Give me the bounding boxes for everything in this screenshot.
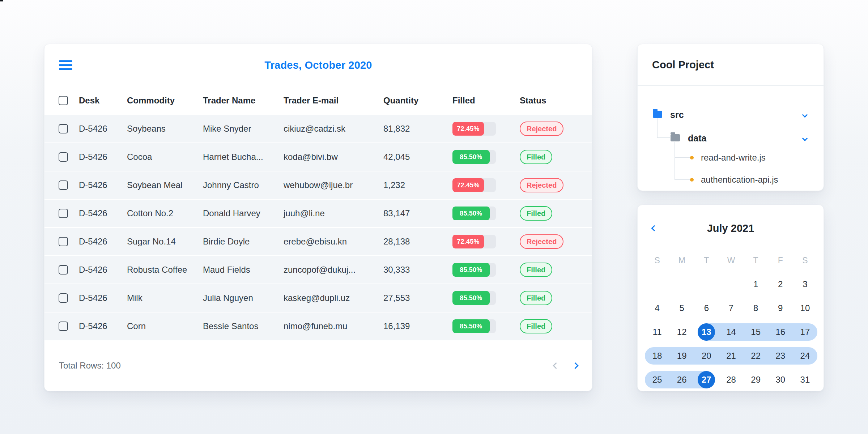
day-of-week-label: W [719, 248, 743, 272]
calendar-day-11[interactable]: 11 [645, 320, 669, 344]
row-checkbox[interactable] [59, 180, 68, 190]
trades-card: Trades, October 2020 DeskCommodityTrader… [44, 44, 592, 391]
calendar-day-27[interactable]: 27 [694, 368, 719, 392]
trades-title: Trades, October 2020 [44, 59, 592, 71]
cell-desk: D-5426 [79, 180, 107, 190]
table-header-row: DeskCommodityTrader NameTrader E-mailQua… [44, 86, 592, 115]
calendar-day-31[interactable]: 31 [793, 368, 817, 392]
column-header-quantity: Quantity [383, 95, 418, 106]
cell-desk: D-5426 [79, 321, 107, 331]
calendar-day-24[interactable]: 24 [793, 344, 817, 368]
row-checkbox[interactable] [59, 209, 68, 218]
calendar-day-6[interactable]: 6 [694, 296, 719, 320]
filled-progress-bar: 85.50% [452, 263, 496, 277]
calendar-title: July 2021 [638, 222, 824, 234]
calendar-day-28[interactable]: 28 [719, 368, 743, 392]
cell-commodity: Sugar No.14 [127, 237, 176, 247]
cell-trader-email: cikiuz@cadzi.sk [284, 124, 345, 134]
calendar-day-16[interactable]: 16 [768, 320, 793, 344]
calendar-day-19[interactable]: 19 [669, 344, 694, 368]
calendar-day-25[interactable]: 25 [645, 368, 669, 392]
cell-filled: 72.45% [452, 235, 496, 248]
calendar-week-row: 18192021222324 [645, 344, 817, 368]
cell-checkbox [59, 209, 68, 218]
calendar-day-15[interactable]: 15 [744, 320, 768, 344]
calendar-day-26[interactable]: 26 [669, 368, 694, 392]
row-checkbox[interactable] [59, 237, 68, 246]
row-checkbox[interactable] [59, 124, 68, 133]
status-badge: Filled [520, 263, 552, 277]
cell-trader-name: Harriet Bucha... [203, 152, 263, 162]
calendar-day-3[interactable]: 3 [793, 272, 817, 296]
filled-progress-bar: 85.50% [452, 150, 496, 164]
row-checkbox[interactable] [59, 293, 68, 303]
row-checkbox[interactable] [59, 265, 68, 275]
day-of-week-label: S [793, 248, 817, 272]
cell-trader-name: Mike Snyder [203, 124, 251, 134]
prev-page-icon[interactable] [553, 362, 559, 369]
cell-trader-email: kaskeg@dupli.uz [284, 293, 350, 303]
calendar-day-29[interactable]: 29 [744, 368, 768, 392]
tree-connector [675, 157, 690, 158]
cell-trader-name: Birdie Doyle [203, 237, 250, 247]
row-checkbox[interactable] [59, 322, 68, 331]
cell-trader-email: nimo@funeb.mu [284, 321, 347, 331]
calendar-day-17[interactable]: 17 [793, 320, 817, 344]
column-header-commodity: Commodity [127, 95, 175, 106]
next-page-icon[interactable] [572, 362, 578, 369]
row-checkbox[interactable] [59, 152, 68, 162]
calendar-day-30[interactable]: 30 [768, 368, 793, 392]
calendar-day-20[interactable]: 20 [694, 344, 719, 368]
cell-trader-name: Donald Harvey [203, 208, 260, 218]
cell-checkbox [59, 293, 68, 303]
calendar-day-23[interactable]: 23 [768, 344, 793, 368]
cell-quantity: 42,045 [383, 152, 410, 162]
calendar-day-headers: SMTWTFS [645, 248, 817, 272]
cell-status: Rejected [520, 122, 563, 136]
cell-trader-email: zuncopof@dukuj... [284, 265, 356, 275]
calendar-day-9[interactable]: 9 [768, 296, 793, 320]
calendar-week-row: 123 [645, 272, 817, 296]
calendar-day-12[interactable]: 12 [669, 320, 694, 344]
filled-progress-bar: 72.45% [452, 122, 496, 136]
day-of-week-label: M [669, 248, 694, 272]
calendar-day-10[interactable]: 10 [793, 296, 817, 320]
cell-checkbox [59, 180, 68, 190]
trades-table-body: D-5426SoybeansMike Snydercikiuz@cadzi.sk… [44, 115, 592, 341]
cell-quantity: 27,553 [383, 293, 410, 303]
calendar-day-18[interactable]: 18 [645, 344, 669, 368]
cell-filled: 85.50% [452, 207, 496, 220]
calendar-day-7[interactable]: 7 [719, 296, 743, 320]
calendar-day-22[interactable]: 22 [744, 344, 768, 368]
calendar-day-1[interactable]: 1 [744, 272, 768, 296]
calendar-day-4[interactable]: 4 [645, 296, 669, 320]
calendar-day-21[interactable]: 21 [719, 344, 743, 368]
cell-commodity: Soybean Meal [127, 180, 182, 190]
day-of-week-label: S [645, 248, 669, 272]
cell-trader-email: erebe@ebisu.kn [284, 237, 347, 247]
calendar-grid: SMTWTFS 12345678910111213141516171819202… [645, 248, 817, 392]
cell-trader-email: juuh@li.ne [284, 208, 325, 218]
calendar-week-row: 11121314151617 [645, 320, 817, 344]
calendar-day-5[interactable]: 5 [669, 296, 694, 320]
cell-status: Filled [520, 319, 552, 333]
cell-checkbox [59, 124, 68, 133]
select-all-checkbox[interactable] [59, 96, 68, 105]
table-row: D-5426MilkJulia Nguyenkaskeg@dupli.uz27,… [44, 284, 592, 312]
filled-progress-bar: 85.50% [452, 319, 496, 333]
column-header-status: Status [520, 95, 546, 106]
cell-status: Rejected [520, 178, 563, 192]
calendar-day-14[interactable]: 14 [719, 320, 743, 344]
cell-commodity: Cotton No.2 [127, 208, 173, 218]
pagination [554, 363, 578, 368]
calendar-day-13[interactable]: 13 [694, 320, 719, 344]
trades-card-header: Trades, October 2020 [44, 44, 592, 86]
cell-commodity: Soybeans [127, 124, 166, 134]
calendar-day-2[interactable]: 2 [768, 272, 793, 296]
status-badge: Rejected [520, 122, 563, 136]
cell-checkbox [59, 152, 68, 162]
cell-trader-email: koda@bivi.bw [284, 152, 338, 162]
total-rows-label: Total Rows: 100 [59, 361, 121, 371]
cell-quantity: 1,232 [383, 180, 405, 190]
calendar-day-8[interactable]: 8 [744, 296, 768, 320]
